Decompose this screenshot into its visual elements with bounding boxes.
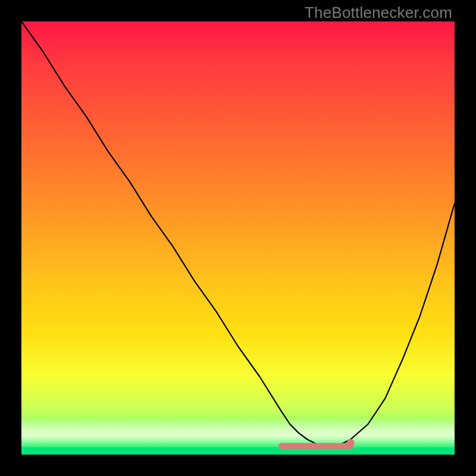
chart-frame: TheBottlenecker.com <box>0 0 476 476</box>
gradient-background <box>21 21 455 455</box>
plot-area <box>21 21 455 455</box>
watermark-text: TheBottlenecker.com <box>305 4 452 22</box>
bottom-green-strip <box>21 447 455 455</box>
